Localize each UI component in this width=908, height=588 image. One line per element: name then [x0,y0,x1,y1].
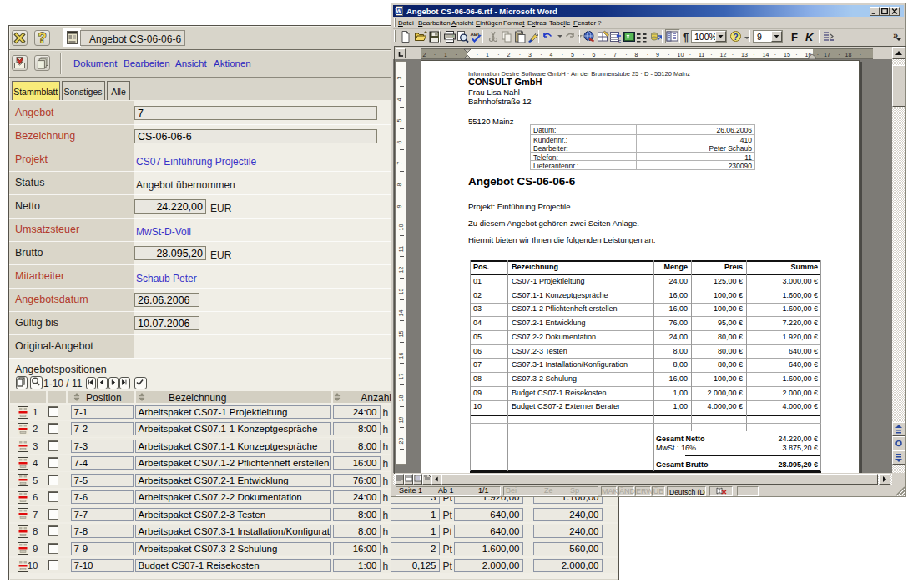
svg-text:c: c [618,38,621,43]
svg-text:W: W [396,8,402,15]
svg-text:¶: ¶ [683,31,689,43]
svg-text:?: ? [733,32,738,42]
svg-text:?: ? [38,31,46,45]
